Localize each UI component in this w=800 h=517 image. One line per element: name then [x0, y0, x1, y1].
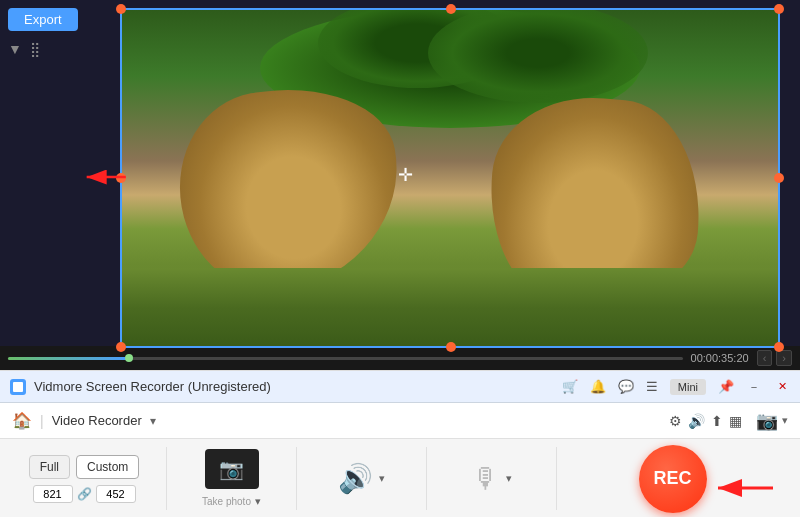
- handle-top-left[interactable]: [116, 4, 126, 14]
- settings-display-icon[interactable]: ▦: [727, 411, 744, 431]
- camera-dropdown[interactable]: ▾: [782, 414, 788, 427]
- separator-1: |: [40, 413, 44, 429]
- handle-top-right[interactable]: [774, 4, 784, 14]
- pin-icon[interactable]: 📌: [718, 379, 734, 394]
- nav-prev[interactable]: ‹: [757, 350, 773, 366]
- custom-button[interactable]: Custom: [76, 455, 139, 479]
- microphone-section: 🎙 ▾: [427, 447, 557, 510]
- webcam-dropdown: Take photo ▾: [202, 495, 261, 508]
- title-bar: Vidmore Screen Recorder (Unregistered) 🛒…: [0, 371, 800, 403]
- recorder-panel: Vidmore Screen Recorder (Unregistered) 🛒…: [0, 370, 800, 517]
- mic-caret[interactable]: ▾: [506, 472, 512, 485]
- take-photo-label: Take photo: [202, 496, 251, 507]
- time-display: 00:00:35:20: [691, 352, 749, 364]
- video-canvas: [120, 8, 780, 348]
- cheetah-scene: [120, 8, 780, 348]
- camera-section: 📷 ▾: [756, 410, 788, 432]
- height-input[interactable]: [96, 485, 136, 503]
- record-area-section: Full Custom 🔗: [12, 447, 167, 510]
- minimize-button[interactable]: −: [746, 379, 762, 395]
- webcam-caret[interactable]: ▾: [255, 495, 261, 508]
- handle-bottom-right[interactable]: [774, 342, 784, 352]
- system-audio-caret[interactable]: ▾: [379, 472, 385, 485]
- full-custom-buttons: Full Custom: [29, 455, 140, 479]
- size-inputs: 🔗: [33, 485, 136, 503]
- link-icon: 🔗: [77, 487, 92, 501]
- control-bar: 🏠 | Video Recorder ▾ ⚙ 🔊 ⬆ ▦ 📷 ▾: [0, 403, 800, 439]
- app-icon: [10, 379, 26, 395]
- video-recorder-dropdown[interactable]: ▾: [150, 414, 156, 428]
- settings-speaker-icon[interactable]: 🔊: [686, 411, 707, 431]
- home-icon[interactable]: 🏠: [12, 411, 32, 430]
- crosshair-cursor: ✛: [395, 165, 415, 185]
- speaker-icon: 🔊: [338, 462, 373, 495]
- arrow-left-indicator: [80, 162, 130, 196]
- handle-bottom-center[interactable]: [446, 342, 456, 352]
- recording-controls: Full Custom 🔗 📷 Take photo ▾ 🔊 ▾: [0, 439, 800, 517]
- handle-middle-right[interactable]: [774, 173, 784, 183]
- settings-icons: ⚙ 🔊 ⬆ ▦: [667, 411, 744, 431]
- chat-icon[interactable]: 💬: [618, 379, 634, 394]
- scrubber-track[interactable]: [8, 357, 683, 360]
- phone-icon[interactable]: 🔔: [590, 379, 606, 394]
- grid-icon[interactable]: ⣿: [30, 41, 40, 57]
- app-title: Vidmore Screen Recorder (Unregistered): [34, 379, 562, 394]
- close-button[interactable]: ✕: [774, 379, 790, 395]
- mic-icons: 🎙 ▾: [472, 462, 512, 495]
- toolbar-icons: ▼ ⣿: [8, 39, 40, 59]
- system-audio-icons: 🔊 ▾: [338, 462, 385, 495]
- arrow-to-rec: [708, 476, 778, 505]
- title-bar-controls: 🛒 🔔 💬 ☰ Mini 📌 − ✕: [562, 379, 790, 395]
- nav-arrows: ‹ ›: [757, 350, 792, 366]
- menu-icon[interactable]: ☰: [646, 379, 658, 394]
- rec-button[interactable]: REC: [639, 445, 707, 513]
- camera-icon[interactable]: 📷: [756, 410, 778, 432]
- scrubber-thumb[interactable]: [125, 354, 133, 362]
- nav-next[interactable]: ›: [776, 350, 792, 366]
- video-recorder-label: Video Recorder: [52, 413, 142, 428]
- webcam-icon: 📷: [219, 457, 244, 481]
- gear-icon[interactable]: ⚙: [667, 411, 684, 431]
- full-button[interactable]: Full: [29, 455, 70, 479]
- rec-area: REC: [557, 445, 788, 513]
- video-area: Export ▼ ⣿ ✛: [0, 0, 800, 370]
- handle-bottom-left[interactable]: [116, 342, 126, 352]
- export-button[interactable]: Export: [8, 8, 78, 31]
- webcam-preview: 📷: [205, 449, 259, 489]
- mini-button[interactable]: Mini: [670, 379, 706, 395]
- settings-upload-icon[interactable]: ⬆: [709, 411, 725, 431]
- filter-icon[interactable]: ▼: [8, 41, 22, 57]
- scrubber-filled: [8, 357, 129, 360]
- control-bar-right: ⚙ 🔊 ⬆ ▦ 📷 ▾: [667, 410, 788, 432]
- cart-icon[interactable]: 🛒: [562, 379, 578, 394]
- webcam-section: 📷 Take photo ▾: [167, 447, 297, 510]
- system-audio-section: 🔊 ▾: [297, 447, 427, 510]
- svg-rect-2: [13, 382, 23, 392]
- grass-foreground: [120, 268, 780, 348]
- mic-icon: 🎙: [472, 462, 500, 495]
- width-input[interactable]: [33, 485, 73, 503]
- handle-top-center[interactable]: [446, 4, 456, 14]
